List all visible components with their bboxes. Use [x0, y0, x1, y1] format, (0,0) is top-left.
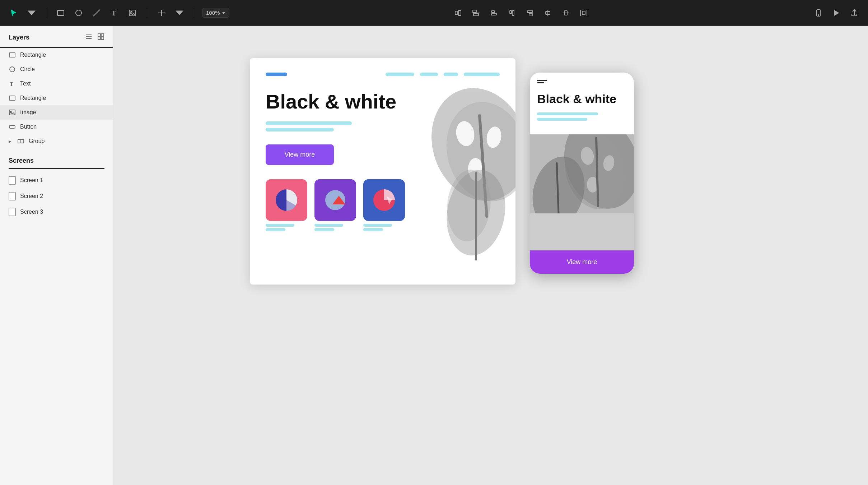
svg-text:T: T [112, 10, 116, 17]
screen-1-item[interactable]: Screen 1 [9, 172, 104, 188]
design-frame: Black & white View more [250, 58, 515, 285]
screen-file-icon-2 [9, 192, 16, 200]
image-layer-icon [9, 109, 16, 116]
svg-rect-47 [18, 139, 21, 143]
align-top-tool[interactable] [505, 6, 518, 19]
align-h-center-tool[interactable] [452, 6, 465, 19]
layer-circle[interactable]: Circle [0, 62, 113, 77]
add-dropdown[interactable] [173, 6, 186, 19]
svg-rect-12 [473, 13, 479, 16]
distribute-v-tool[interactable] [541, 6, 554, 19]
main-area: Layers Rectangle [0, 26, 868, 485]
expand-icon[interactable]: ▶ [9, 139, 11, 143]
layer-label: Text [20, 80, 31, 87]
svg-rect-38 [98, 37, 101, 40]
mobile-frame: Black & white [530, 73, 634, 274]
card-label-line-5 [363, 224, 392, 227]
select-dropdown[interactable] [25, 6, 38, 19]
card-label-2 [314, 224, 343, 231]
svg-rect-22 [529, 13, 532, 15]
screen-label: Screen 3 [20, 209, 43, 215]
svg-rect-46 [9, 125, 15, 128]
nav-logo [266, 73, 287, 76]
svg-rect-36 [98, 34, 101, 36]
card-label-line-2 [266, 228, 285, 231]
svg-rect-8 [455, 11, 458, 15]
svg-rect-16 [492, 13, 496, 15]
svg-rect-11 [473, 10, 476, 13]
leaf-decoration [408, 58, 515, 285]
screen-label: Screen 2 [20, 193, 43, 199]
screen-2-item[interactable]: Screen 2 [9, 188, 104, 204]
grid-view-icon[interactable] [97, 33, 104, 42]
divider-1 [46, 7, 46, 19]
mobile-preview-tool[interactable] [812, 6, 825, 19]
layer-image[interactable]: Image [0, 105, 113, 120]
circle-layer-icon [9, 66, 16, 73]
layer-rectangle-2[interactable]: Rectangle [0, 91, 113, 105]
layer-label: Image [20, 109, 36, 116]
tool-group-left: T 100% [7, 6, 229, 19]
card-label-3 [363, 224, 392, 231]
mobile-footer[interactable]: View more [530, 250, 634, 274]
text-tool[interactable]: T [108, 6, 121, 19]
select-tool[interactable] [7, 6, 20, 19]
card-col-2 [314, 179, 356, 231]
card-label-line-6 [363, 228, 383, 231]
zoom-control[interactable]: 100% [202, 8, 229, 18]
card-label-line-3 [314, 224, 343, 227]
layer-label: Circle [20, 66, 35, 73]
svg-rect-0 [57, 10, 64, 15]
divider-3 [194, 7, 194, 19]
card-pink [266, 179, 307, 221]
circle-tool[interactable] [72, 6, 85, 19]
layer-label: Rectangle [20, 52, 46, 58]
mobile-cta-button[interactable]: View more [538, 258, 626, 266]
divider-2 [147, 7, 147, 19]
svg-point-31 [818, 15, 819, 15]
rectangle-layer-icon-2 [9, 94, 16, 102]
screens-section: Screens Screen 1 Screen 2 Screen 3 [0, 157, 113, 220]
svg-rect-18 [510, 11, 512, 14]
line-tool[interactable] [90, 6, 103, 19]
menu-line-1 [537, 80, 547, 81]
svg-rect-40 [9, 53, 15, 57]
screen-3-item[interactable]: Screen 3 [9, 204, 104, 220]
align-left-tool[interactable] [487, 6, 500, 19]
screens-title: Screens [9, 157, 104, 169]
svg-point-41 [10, 67, 15, 72]
screen-file-icon [9, 176, 16, 185]
mobile-hero-title: Black & white [537, 92, 627, 106]
layer-group[interactable]: ▶ Group [0, 134, 113, 148]
svg-rect-19 [512, 11, 514, 15]
svg-point-1 [76, 10, 81, 16]
card-blue [363, 179, 405, 221]
rectangle-tool[interactable] [54, 6, 67, 19]
align-v-center-tool[interactable] [470, 6, 482, 19]
svg-marker-32 [834, 10, 839, 16]
card-label-line-4 [314, 228, 334, 231]
subtext-line-2 [266, 128, 334, 131]
image-tool[interactable] [126, 6, 139, 19]
view-more-button[interactable]: View more [266, 144, 334, 165]
play-preview-tool[interactable] [830, 6, 843, 19]
svg-line-2 [93, 10, 100, 16]
layer-button[interactable]: Button [0, 120, 113, 134]
distribute-h-tool[interactable] [559, 6, 572, 19]
layer-text[interactable]: T Text [0, 77, 113, 91]
zoom-value: 100% [206, 10, 220, 16]
share-tool[interactable] [848, 6, 861, 19]
canvas: Black & white View more [113, 26, 868, 485]
layer-rectangle-1[interactable]: Rectangle [0, 48, 113, 62]
card-label-line-1 [266, 224, 294, 227]
align-h-spread-tool[interactable] [577, 6, 590, 19]
list-view-icon[interactable] [85, 33, 92, 42]
layer-label: Rectangle [20, 95, 46, 101]
subtext-line-1 [266, 121, 352, 125]
mobile-subtext-2 [537, 118, 587, 121]
mobile-subtext [537, 112, 627, 121]
group-layer-icon [17, 138, 24, 145]
add-tool[interactable] [155, 6, 168, 19]
card-label-1 [266, 224, 294, 231]
align-right-tool[interactable] [523, 6, 536, 19]
